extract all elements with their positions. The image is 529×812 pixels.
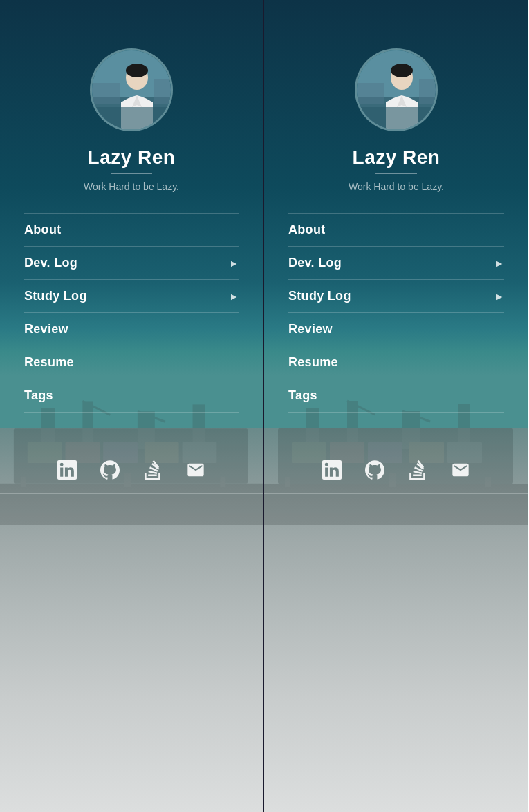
panel-right: Lazy Ren Work Hard to be Lazy. About Dev…: [264, 0, 528, 812]
avatar-left: [90, 48, 173, 131]
profile-name-right: Lazy Ren: [353, 147, 440, 169]
avatar-right: [355, 48, 438, 131]
nav-resume-label-left: Resume: [24, 355, 74, 370]
stackoverflow-icon-left[interactable]: [142, 459, 164, 481]
nav-review-label-left: Review: [24, 322, 68, 337]
github-icon-left[interactable]: [99, 459, 121, 481]
nav-studylog-right[interactable]: Study Log ►: [288, 280, 504, 313]
nav-devlog-label-right: Dev. Log: [288, 256, 342, 270]
stackoverflow-icon-right[interactable]: [407, 459, 429, 481]
nav-tags-right[interactable]: Tags: [288, 379, 504, 413]
nav-devlog-arrow-right: ►: [494, 258, 504, 269]
nav-resume-right[interactable]: Resume: [288, 346, 504, 379]
nav-studylog-label-left: Study Log: [24, 289, 87, 303]
linkedin-icon-left[interactable]: [56, 459, 78, 481]
linkedin-icon-right[interactable]: [321, 459, 343, 481]
svg-point-19: [126, 64, 148, 77]
name-divider-right: [375, 173, 417, 174]
nav-studylog-arrow-right: ►: [494, 291, 504, 302]
nav-tags-label-right: Tags: [288, 388, 317, 403]
nav-devlog-label-left: Dev. Log: [24, 256, 77, 270]
nav-about-right[interactable]: About: [288, 213, 504, 247]
nav-about-label-right: About: [288, 223, 325, 237]
svg-rect-22: [92, 107, 171, 131]
svg-rect-43: [357, 83, 384, 104]
profile-name-left: Lazy Ren: [88, 147, 176, 169]
nav-about-label-left: About: [24, 223, 61, 237]
nav-tags-label-left: Tags: [24, 388, 53, 403]
nav-studylog-left[interactable]: Study Log ►: [24, 280, 239, 313]
svg-rect-21: [154, 79, 171, 104]
nav-devlog-left[interactable]: Dev. Log ►: [24, 247, 239, 280]
nav-review-label-right: Review: [288, 322, 333, 337]
nav-resume-left[interactable]: Resume: [24, 346, 239, 379]
nav-review-right[interactable]: Review: [288, 313, 504, 346]
svg-rect-45: [357, 107, 436, 131]
github-icon-right[interactable]: [364, 459, 386, 481]
tagline-right: Work Hard to be Lazy.: [349, 181, 444, 192]
nav-right: About Dev. Log ► Study Log ► Review Resu…: [264, 213, 528, 413]
svg-rect-20: [92, 83, 120, 104]
nav-devlog-arrow-left: ►: [229, 258, 239, 269]
content-right: Lazy Ren Work Hard to be Lazy. About Dev…: [264, 0, 528, 413]
nav-devlog-right[interactable]: Dev. Log ►: [288, 247, 504, 280]
svg-rect-44: [419, 79, 436, 104]
email-icon-left[interactable]: [185, 459, 207, 481]
nav-studylog-arrow-left: ►: [229, 291, 239, 302]
name-divider-left: [111, 173, 152, 174]
nav-review-left[interactable]: Review: [24, 313, 239, 346]
panel-left: Lazy Ren Work Hard to be Lazy. About Dev…: [0, 0, 264, 812]
nav-left: About Dev. Log ► Study Log ► Review Resu…: [0, 213, 263, 413]
tagline-left: Work Hard to be Lazy.: [84, 181, 179, 192]
nav-studylog-label-right: Study Log: [288, 289, 351, 303]
nav-tags-left[interactable]: Tags: [24, 379, 239, 413]
social-bar-right: [264, 446, 528, 494]
nav-resume-label-right: Resume: [288, 355, 338, 370]
social-bar-left: [0, 446, 263, 494]
svg-point-42: [391, 64, 413, 77]
email-icon-right[interactable]: [449, 459, 472, 481]
nav-about-left[interactable]: About: [24, 213, 239, 247]
content-left: Lazy Ren Work Hard to be Lazy. About Dev…: [0, 0, 263, 413]
